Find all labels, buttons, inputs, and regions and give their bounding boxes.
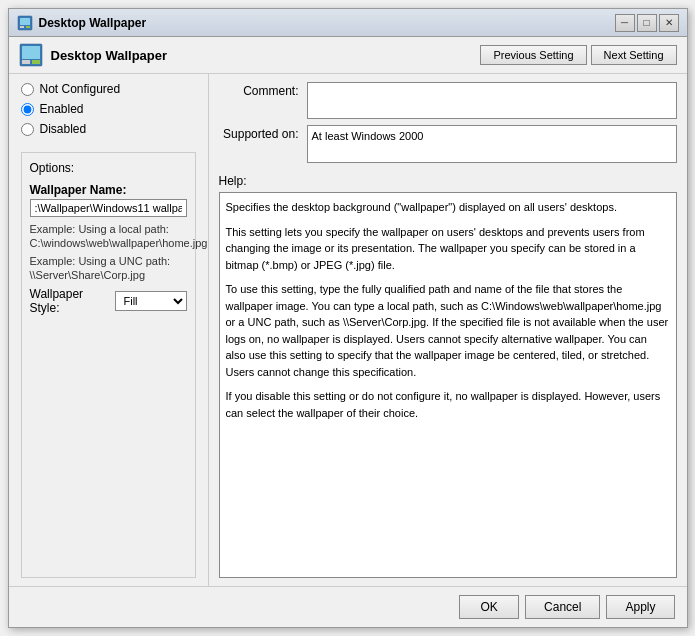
bottom-bar: OK Cancel Apply <box>9 586 687 627</box>
left-panel: Not Configured Enabled Disabled Options:… <box>9 74 209 586</box>
supported-textarea[interactable] <box>307 125 677 163</box>
right-panel: Comment: Supported on: Help: Specifies t… <box>209 74 687 586</box>
comment-wrapper <box>307 82 677 119</box>
window-icon <box>17 15 33 31</box>
ok-button[interactable]: OK <box>459 595 519 619</box>
supported-row: Supported on: <box>219 125 677 166</box>
options-title: Options: <box>30 161 187 175</box>
help-box[interactable]: Specifies the desktop background ("wallp… <box>219 192 677 578</box>
apply-button[interactable]: Apply <box>606 595 674 619</box>
nav-buttons: Previous Setting Next Setting <box>480 45 676 65</box>
svg-rect-6 <box>22 60 30 64</box>
enabled-label: Enabled <box>40 102 84 116</box>
header-row: Desktop Wallpaper Previous Setting Next … <box>9 37 687 74</box>
enabled-radio[interactable]: Enabled <box>21 102 196 116</box>
example1-label: Example: Using a local path: <box>30 223 187 235</box>
help-label: Help: <box>219 174 677 188</box>
radio-group: Not Configured Enabled Disabled <box>21 82 196 136</box>
wallpaper-style-select[interactable]: Fill Fit Stretch Tile Center Span <box>115 291 187 311</box>
cancel-button[interactable]: Cancel <box>525 595 600 619</box>
wallpaper-name-label: Wallpaper Name: <box>30 183 187 197</box>
comment-textarea[interactable] <box>307 82 677 119</box>
disabled-radio[interactable]: Disabled <box>21 122 196 136</box>
main-window: Desktop Wallpaper ─ □ ✕ Desktop Wallpape… <box>8 8 688 628</box>
maximize-button[interactable]: □ <box>637 14 657 32</box>
example1-path: C:\windows\web\wallpaper\home.jpg <box>30 237 187 249</box>
title-bar: Desktop Wallpaper ─ □ ✕ <box>9 9 687 37</box>
not-configured-label: Not Configured <box>40 82 121 96</box>
example2-label: Example: Using a UNC path: <box>30 255 187 267</box>
wallpaper-name-input[interactable] <box>30 199 187 217</box>
not-configured-input[interactable] <box>21 83 34 96</box>
header-title: Desktop Wallpaper <box>51 48 481 63</box>
svg-rect-1 <box>20 18 30 25</box>
svg-rect-7 <box>32 60 40 64</box>
example2-path: \\Server\Share\Corp.jpg <box>30 269 187 281</box>
style-row: Wallpaper Style: Fill Fit Stretch Tile C… <box>30 287 187 315</box>
next-setting-button[interactable]: Next Setting <box>591 45 677 65</box>
window-title: Desktop Wallpaper <box>39 16 615 30</box>
supported-label: Supported on: <box>219 125 299 166</box>
svg-rect-3 <box>26 26 30 28</box>
help-section: Help: Specifies the desktop background (… <box>219 174 677 578</box>
minimize-button[interactable]: ─ <box>615 14 635 32</box>
options-section: Options: Wallpaper Name: Example: Using … <box>21 152 196 578</box>
disabled-label: Disabled <box>40 122 87 136</box>
close-button[interactable]: ✕ <box>659 14 679 32</box>
svg-rect-5 <box>22 46 40 59</box>
enabled-input[interactable] <box>21 103 34 116</box>
prev-setting-button[interactable]: Previous Setting <box>480 45 586 65</box>
main-content: Not Configured Enabled Disabled Options:… <box>9 74 687 586</box>
svg-rect-2 <box>20 26 24 28</box>
supported-wrapper <box>307 125 677 166</box>
title-bar-buttons: ─ □ ✕ <box>615 14 679 32</box>
comment-label: Comment: <box>219 82 299 119</box>
comment-row: Comment: <box>219 82 677 119</box>
header-icon <box>19 43 43 67</box>
wallpaper-style-label: Wallpaper Style: <box>30 287 107 315</box>
not-configured-radio[interactable]: Not Configured <box>21 82 196 96</box>
disabled-input[interactable] <box>21 123 34 136</box>
